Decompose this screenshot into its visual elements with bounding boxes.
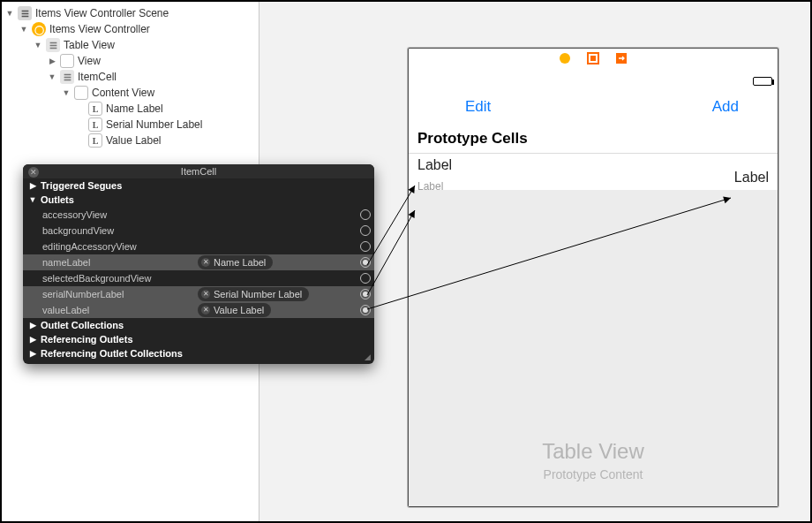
cell-icon: ☰ [60,70,74,84]
disclosure-triangle-icon[interactable]: ▼ [28,195,37,204]
value-label[interactable]: Label [734,170,769,186]
disclosure-triangle-icon[interactable]: ▼ [62,88,71,97]
outline-label: Items View Controller Scene [35,7,169,19]
panel-title: ✕ ItemCell [23,164,374,178]
outlet-row-accessoryView[interactable]: accessoryView [23,207,374,223]
connection-target: Value Label [214,305,264,315]
disclosure-triangle-icon[interactable]: ▼ [48,72,56,81]
svg-point-1 [560,53,570,64]
outline-label: Name Label [106,102,163,115]
outline-contentview[interactable]: ▼ Content View [5,85,259,101]
section-referencing-outlet-collections[interactable]: ▶Referencing Outlet Collections [23,346,374,364]
svg-rect-3 [590,56,596,61]
scene-representation-icon[interactable] [559,52,571,68]
outline-view[interactable]: ▶ View [5,53,259,69]
disclosure-triangle-icon[interactable]: ▼ [34,41,42,49]
label-icon: L [88,133,102,148]
disclosure-triangle-icon[interactable]: ▶ [48,57,56,65]
outline-label: Table View [64,39,115,51]
tableview-icon: ☰ [46,38,60,52]
outlet-name: valueLabel [42,305,192,315]
connection-port-icon[interactable] [360,289,371,299]
outlet-name: selectedBackgroundView [42,273,192,284]
disclosure-triangle-icon[interactable]: ▶ [28,181,37,190]
outlet-row-editingAccessoryView[interactable]: editingAccessoryView [23,239,374,254]
outline-tableview[interactable]: ▼ ☰ Table View [5,37,259,53]
disclosure-triangle-icon[interactable]: ▼ [19,25,28,34]
interface-builder-scene[interactable]: Edit Add Prototype Cells Label Label Lab… [408,48,778,507]
outline-serial-label[interactable]: ▶ L Serial Number Label [5,117,259,133]
placeholder-subtitle: Prototype Content [409,467,778,481]
disclosure-triangle-icon[interactable]: ▶ [28,321,37,330]
outlet-row-selectedBackgroundView[interactable]: selectedBackgroundView [23,270,374,286]
label-icon: L [88,117,102,132]
connection-port-icon[interactable] [360,209,371,220]
section-outlets[interactable]: ▼Outlets [23,193,374,207]
viewcontroller-icon: ◯ [32,22,46,36]
section-triggered-segues[interactable]: ▶Triggered Segues [23,178,374,193]
disconnect-icon[interactable]: ✕ [201,306,210,315]
outline-label: Content View [92,87,154,99]
name-label[interactable]: Label [417,157,452,173]
connection-port-icon[interactable] [360,257,371,268]
edit-button[interactable]: Edit [465,98,491,116]
outline-itemcell[interactable]: ▼ ☰ ItemCell [5,69,259,85]
outline-value-label[interactable]: ▶ L Value Label [5,133,259,148]
section-referencing-outlets[interactable]: ▶Referencing Outlets [23,332,374,346]
view-icon [74,86,88,100]
outline-label: Value Label [106,134,162,147]
disclosure-triangle-icon[interactable]: ▶ [28,335,37,344]
navigation-bar: Edit Add [409,89,778,128]
outlet-row-nameLabel[interactable]: nameLabel✕Name Label [23,254,374,270]
placeholder-title: Table View [409,439,778,464]
connections-inspector-popup[interactable]: ✕ ItemCell ▶Triggered Segues ▼Outlets ac… [23,164,374,364]
connection-port-icon[interactable] [360,225,371,236]
outline-label: Serial Number Label [106,118,202,131]
connection-target: Serial Number Label [214,289,302,299]
outlet-row-serialNumberLabel[interactable]: serialNumberLabel✕Serial Number Label [23,286,374,302]
connection-pill[interactable]: ✕Value Label [198,303,271,317]
status-bar [409,72,778,89]
outlet-name: serialNumberLabel [42,289,192,299]
connection-pill[interactable]: ✕Serial Number Label [198,287,309,301]
view-icon [60,54,74,68]
exit-icon[interactable] [615,52,628,68]
close-icon[interactable]: ✕ [28,167,39,178]
prototype-cells-header: Prototype Cells [409,128,778,153]
disconnect-icon[interactable]: ✕ [201,290,210,299]
outline-viewcontroller[interactable]: ▼ ◯ Items View Controller [5,21,259,37]
disclosure-triangle-icon[interactable]: ▶ [28,349,37,358]
disconnect-icon[interactable]: ✕ [201,258,210,267]
disclosure-triangle-icon[interactable]: ▼ [5,9,14,18]
connection-pill[interactable]: ✕Name Label [198,255,273,269]
outlet-name: nameLabel [42,257,192,268]
outline-name-label[interactable]: ▶ L Name Label [5,101,259,117]
outline-scene[interactable]: ▼ ☰ Items View Controller Scene [5,5,259,21]
outline-label: Items View Controller [49,23,150,35]
connection-port-icon[interactable] [360,273,371,284]
outlet-row-valueLabel[interactable]: valueLabel✕Value Label [23,302,374,318]
first-responder-icon[interactable] [587,52,599,68]
resize-grip-icon[interactable]: ◢ [365,352,371,361]
outlet-name: backgroundView [42,225,192,236]
label-icon: L [88,102,102,116]
outline-label: View [78,55,101,67]
outline-label: ItemCell [78,71,117,83]
outlet-row-backgroundView[interactable]: backgroundView [23,223,374,239]
connection-port-icon[interactable] [360,241,371,252]
section-outlet-collections[interactable]: ▶Outlet Collections [23,318,374,332]
connection-port-icon[interactable] [360,305,371,315]
connection-target: Name Label [214,257,266,268]
table-background: Table View Prototype Content [409,190,778,506]
add-button[interactable]: Add [712,98,739,116]
battery-icon [753,77,772,86]
scene-icon: ☰ [18,6,32,20]
outlet-name: accessoryView [42,209,192,220]
outlet-name: editingAccessoryView [42,241,192,252]
